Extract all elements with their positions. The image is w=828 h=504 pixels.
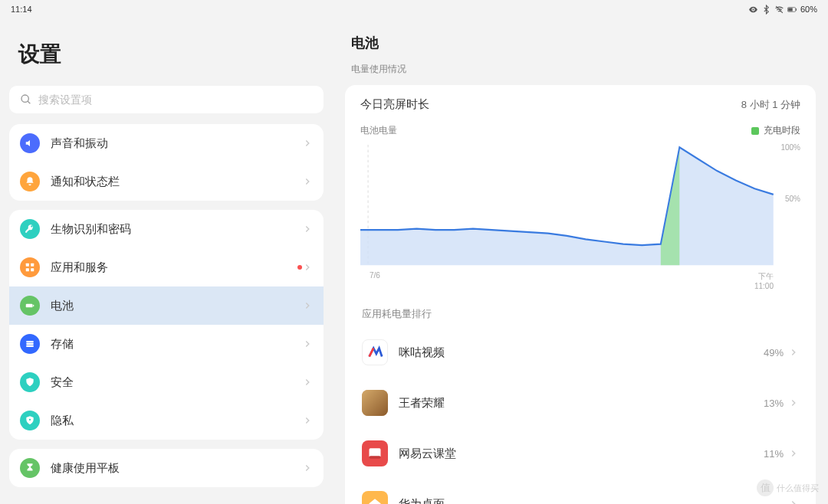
sidebar-item-battery[interactable]: 电池: [9, 286, 324, 325]
sidebar-item-label: 存储: [51, 337, 302, 352]
chart-legend: 充电时段: [751, 124, 800, 137]
volume-icon: [20, 133, 40, 153]
shield-icon: [20, 372, 40, 392]
hourglass-icon: [20, 458, 40, 478]
sidebar-item-shield2[interactable]: 隐私: [9, 401, 324, 440]
app-icon: [362, 491, 388, 504]
sidebar-item-label: 通知和状态栏: [51, 175, 302, 189]
app-icon: [362, 440, 388, 466]
battery-percent: 60%: [800, 5, 817, 14]
battery-icon: [20, 296, 40, 316]
shield2-icon: [20, 411, 40, 430]
grid-icon: [20, 257, 40, 277]
page-title: 设置: [9, 17, 324, 86]
app-row[interactable]: 王者荣耀 13%: [360, 378, 800, 428]
sidebar-item-key[interactable]: 生物识别和密码: [9, 210, 324, 248]
status-icons: 60%: [748, 5, 817, 15]
sidebar-item-label: 隐私: [51, 414, 302, 428]
rank-title: 应用耗电量排行: [360, 307, 800, 321]
svg-point-0: [752, 8, 754, 10]
wifi-off-icon: [774, 5, 784, 15]
app-row[interactable]: 华为桌面: [360, 479, 800, 504]
chevron-right-icon: [788, 347, 799, 358]
screen-on-label: 今日亮屏时长: [360, 97, 429, 112]
sidebar-item-volume[interactable]: 声音和振动: [9, 124, 324, 162]
sidebar-item-label: 健康使用平板: [51, 461, 302, 476]
sidebar-item-label: 安全: [51, 375, 302, 390]
app-name: 华为桌面: [399, 497, 784, 505]
bell-icon: [20, 172, 40, 191]
svg-rect-13: [26, 343, 33, 345]
app-icon: [362, 390, 388, 416]
svg-rect-2: [788, 8, 793, 11]
sidebar-item-label: 生物识别和密码: [51, 222, 302, 237]
app-percent: 49%: [764, 347, 784, 358]
sidebar-item-label: 应用和服务: [51, 260, 291, 275]
chevron-right-icon: [302, 262, 313, 273]
screen-on-value: 8 小时 1 分钟: [741, 98, 800, 112]
sidebar-item-label: 电池: [51, 299, 302, 313]
chart-title: 电池电量: [360, 124, 397, 137]
chevron-right-icon: [788, 448, 799, 459]
battery-icon: [787, 5, 797, 15]
main-title: 电池: [345, 17, 816, 63]
bluetooth-icon: [761, 5, 771, 15]
svg-rect-18: [370, 456, 381, 458]
chevron-right-icon: [302, 377, 313, 388]
app-name: 网易云课堂: [399, 447, 764, 461]
svg-rect-12: [26, 341, 33, 342]
svg-rect-9: [31, 268, 34, 271]
search-input[interactable]: [38, 93, 313, 106]
sidebar-item-stack[interactable]: 存储: [9, 325, 324, 363]
svg-point-4: [21, 95, 28, 102]
app-name: 咪咕视频: [399, 345, 764, 360]
svg-rect-8: [26, 268, 29, 271]
app-name: 王者荣耀: [399, 396, 764, 411]
svg-point-15: [29, 419, 31, 421]
app-icon: [362, 339, 388, 365]
app-percent: 13%: [764, 398, 784, 409]
sidebar-item-shield[interactable]: 安全: [9, 363, 324, 401]
x-start: 7/6: [370, 271, 380, 290]
chevron-right-icon: [302, 339, 313, 349]
app-row[interactable]: 网易云课堂 11%: [360, 428, 800, 479]
chevron-right-icon: [302, 138, 313, 149]
app-row[interactable]: 咪咕视频 49%: [360, 327, 800, 378]
battery-chart: 100% 50%: [360, 145, 800, 271]
x-end-bot: 11:00: [754, 282, 774, 290]
chevron-right-icon: [302, 463, 313, 473]
key-icon: [20, 219, 40, 239]
chevron-right-icon: [788, 398, 799, 408]
search-box[interactable]: [9, 86, 324, 113]
chevron-right-icon: [302, 300, 313, 311]
svg-rect-17: [370, 448, 381, 457]
svg-line-5: [28, 101, 30, 103]
legend-swatch: [751, 127, 759, 135]
sidebar-item-bell[interactable]: 通知和状态栏: [9, 162, 324, 201]
eye-icon: [748, 5, 758, 15]
svg-rect-7: [31, 263, 34, 267]
sidebar-item-hourglass[interactable]: 健康使用平板: [9, 449, 324, 487]
search-icon: [20, 93, 32, 106]
svg-rect-14: [26, 345, 33, 347]
svg-rect-3: [796, 8, 797, 11]
chevron-right-icon: [302, 176, 313, 187]
chevron-right-icon: [302, 224, 313, 234]
sidebar-item-label: 声音和振动: [51, 136, 302, 151]
svg-rect-10: [26, 304, 33, 308]
svg-rect-6: [26, 263, 29, 267]
chevron-right-icon: [302, 415, 313, 426]
sidebar-item-grid[interactable]: 应用和服务: [9, 248, 324, 286]
stack-icon: [20, 334, 40, 354]
app-percent: 11%: [764, 448, 784, 460]
watermark: 值什么值得买: [757, 479, 819, 496]
status-time: 11:14: [11, 5, 32, 14]
svg-rect-11: [33, 305, 34, 306]
x-end-top: 下午: [758, 272, 774, 280]
usage-subtitle: 电量使用情况: [345, 63, 816, 85]
chevron-right-icon: [788, 499, 799, 504]
